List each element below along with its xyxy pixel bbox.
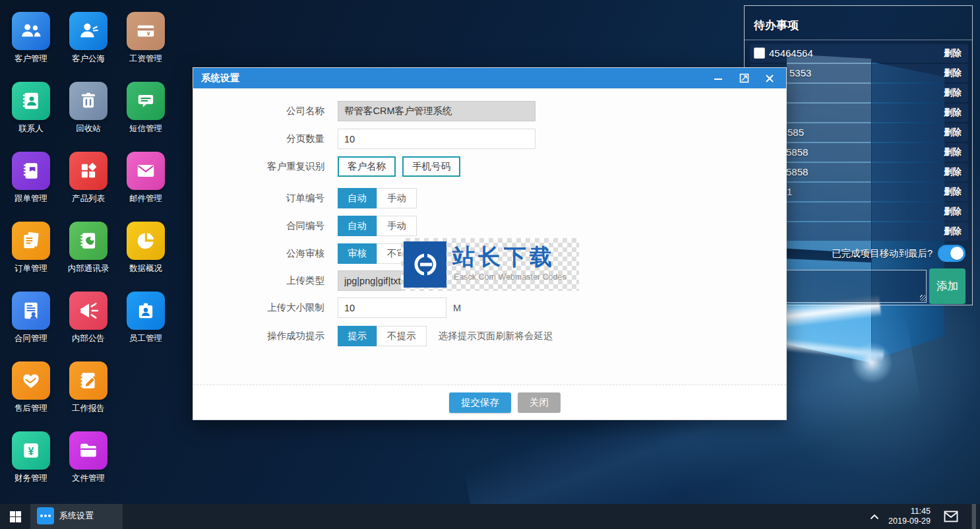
desktop-tile-salary-card[interactable]: ¥ (127, 12, 165, 50)
desktop-tile-mail[interactable] (127, 152, 165, 190)
desktop-tile-products-grid[interactable] (69, 152, 107, 190)
taskbar: 系统设置 11:45 2019-09-29 (0, 504, 980, 529)
todo-delete-button[interactable]: 删除 (944, 84, 962, 102)
todo-delete-button[interactable]: 删除 (944, 222, 962, 241)
order-auto-option[interactable]: 自动 (338, 188, 377, 208)
contract-manual-option[interactable]: 手动 (377, 216, 417, 236)
taskbar-app-system-settings[interactable]: 系统设置 (30, 504, 123, 529)
follow-book-icon (20, 160, 42, 181)
todo-delete-button[interactable]: 删除 (944, 183, 962, 201)
desktop-tile-pie-chart[interactable] (127, 222, 165, 260)
close-icon[interactable] (761, 71, 778, 86)
tray-chevron-up-icon[interactable] (870, 514, 879, 520)
desktop-tile-sms[interactable] (127, 82, 165, 120)
todo-delete-button[interactable]: 删除 (944, 143, 962, 162)
desktop-tile-trash[interactable] (69, 82, 107, 120)
desktop-tile-users[interactable] (12, 12, 50, 50)
easck-logo-icon (404, 241, 446, 288)
todo-delete-button[interactable]: 删除 (944, 202, 962, 221)
salary-card-icon: ¥ (135, 20, 156, 42)
pie-chart-icon (135, 230, 156, 251)
desktop-tile-files-folder[interactable] (69, 431, 107, 470)
staff-badge-icon (135, 300, 156, 321)
todo-checkbox[interactable] (754, 47, 765, 59)
sea-audit-label: 公海审核 (231, 243, 324, 264)
maximize-icon[interactable] (735, 71, 752, 86)
mail-icon (135, 160, 156, 181)
dup-by-customer-name-button[interactable]: 客户名称 (338, 156, 396, 177)
move-completed-label: 已完成项目移动到最后? (832, 247, 933, 260)
start-button[interactable] (0, 504, 30, 529)
dup-by-phone-button[interactable]: 手机号码 (402, 156, 460, 177)
company-name-input[interactable] (338, 101, 536, 121)
contract-icon (20, 300, 42, 321)
success-tip-hint: 选择提示页面刷新将会延迟 (439, 330, 553, 342)
desktop-tile-label[interactable]: 邮件管理 (109, 193, 182, 204)
todo-row: 45464564删除 (750, 44, 968, 63)
todo-delete-button[interactable]: 删除 (944, 44, 962, 63)
taskbar-clock[interactable]: 11:45 2019-09-29 (888, 507, 931, 526)
desktop-tile-staff-badge[interactable] (127, 292, 165, 330)
tip-off-option[interactable]: 不提示 (377, 326, 427, 346)
desktop: 客户管理客户公海¥工资管理联系人回收站短信管理跟单管理产品列表邮件管理订单管理内… (0, 0, 980, 529)
upload-size-label: 上传大小限制 (231, 297, 324, 318)
system-tray: 11:45 2019-09-29 (870, 504, 980, 529)
desktop-tile-contacts[interactable] (12, 82, 50, 120)
phonebook-icon (78, 230, 99, 251)
desktop-tile-contract[interactable] (12, 292, 50, 330)
minimize-icon[interactable] (710, 71, 727, 86)
watermark-subtitle: Easck.Com Webmaster Codes (454, 272, 567, 282)
desktop-tile-user-sea[interactable] (69, 12, 107, 50)
upload-type-label: 上传类型 (231, 270, 324, 291)
taskbar-app-label: 系统设置 (59, 510, 94, 522)
company-name-label: 公司名称 (231, 101, 324, 121)
notification-mail-icon[interactable] (940, 511, 962, 522)
todo-delete-button[interactable]: 删除 (944, 163, 962, 181)
svg-text:¥: ¥ (28, 446, 34, 457)
orders-icon (20, 230, 42, 251)
desktop-tile-label[interactable]: 员工管理 (109, 333, 182, 344)
textarea-resize-grip[interactable] (920, 295, 927, 301)
upload-size-row: 上传大小限制 M (231, 297, 759, 318)
clock-time: 11:45 (888, 507, 931, 516)
finance-yen-icon: ¥ (20, 440, 42, 461)
order-manual-option[interactable]: 手动 (377, 188, 417, 208)
desktop-tile-orders[interactable] (12, 222, 50, 260)
pagination-input[interactable] (338, 129, 536, 149)
desktop-tile-aftersale-heart[interactable] (12, 361, 50, 400)
desktop-tile-follow-book[interactable] (12, 152, 50, 190)
todo-delete-button[interactable]: 删除 (944, 123, 962, 142)
pagination-row: 分页数量 (231, 129, 759, 149)
desktop-tile-finance-yen[interactable]: ¥ (12, 431, 50, 470)
upload-size-input[interactable] (338, 297, 446, 318)
tip-on-option[interactable]: 提示 (338, 326, 377, 346)
todo-delete-button[interactable]: 删除 (944, 64, 962, 82)
sms-icon (135, 90, 156, 111)
sea-audit-on-option[interactable]: 审核 (338, 243, 377, 264)
desktop-tile-label[interactable]: 短信管理 (109, 123, 182, 135)
files-folder-icon (78, 440, 99, 461)
order-number-label: 订单编号 (231, 188, 324, 208)
desktop-tile-label[interactable]: 工作报告 (52, 403, 125, 414)
show-desktop-button[interactable] (971, 504, 976, 529)
duplicate-id-row: 客户重复识别 客户名称 手机号码 (231, 156, 759, 177)
desktop-tile-label[interactable]: 工资管理 (109, 53, 182, 65)
contract-auto-option[interactable]: 自动 (338, 216, 377, 236)
success-tip-segment: 提示 不提示 (338, 326, 427, 346)
desktop-tile-label[interactable]: 文件管理 (52, 473, 125, 484)
todo-delete-button[interactable]: 删除 (944, 104, 962, 122)
contract-number-label: 合同编号 (231, 216, 324, 236)
add-todo-button[interactable]: 添加 (929, 268, 965, 304)
move-completed-toggle[interactable] (938, 245, 965, 262)
trash-icon (78, 90, 99, 111)
watermark: 站长下载 Easck.Com Webmaster Codes (401, 238, 579, 291)
submit-save-button[interactable]: 提交保存 (449, 392, 511, 413)
company-name-row: 公司名称 (231, 101, 759, 121)
desktop-tile-work-report[interactable] (69, 361, 107, 400)
close-button[interactable]: 关闭 (518, 392, 561, 413)
desktop-tile-phonebook[interactable] (69, 222, 107, 260)
desktop-tile-announcement[interactable] (69, 292, 107, 330)
desktop-tile-label[interactable]: 数据概况 (109, 263, 182, 274)
products-grid-icon (78, 160, 99, 181)
dialog-titlebar[interactable]: 系统设置 (193, 68, 786, 88)
